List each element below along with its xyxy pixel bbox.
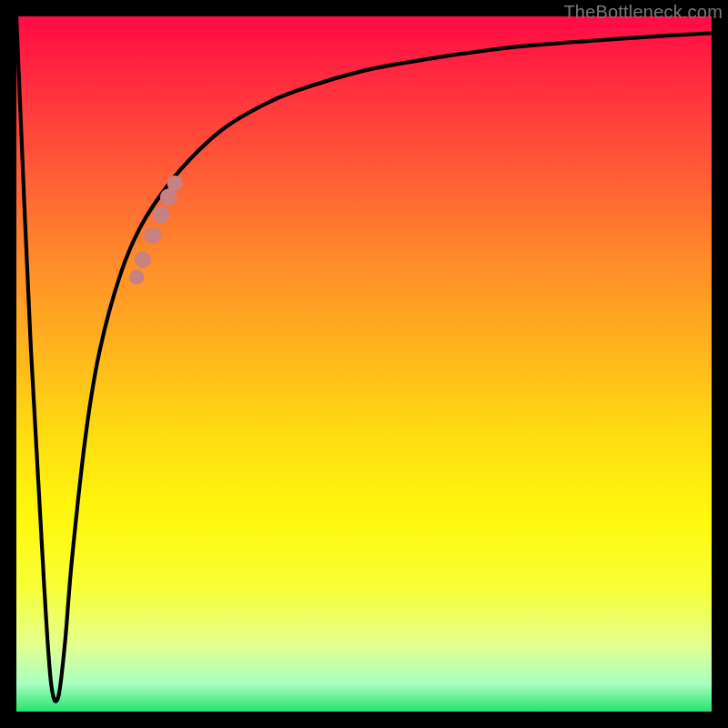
dot-1 [129,269,144,284]
dot-2 [135,251,151,268]
bottleneck-curve [16,16,712,702]
watermark-text: TheBottleneck.com [563,2,723,23]
dot-4 [152,206,169,223]
dot-3 [144,227,161,244]
dot-6 [167,176,183,191]
dot-5 [160,188,177,206]
chart-stage: TheBottleneck.com [0,0,728,728]
curve-layer [16,16,712,712]
